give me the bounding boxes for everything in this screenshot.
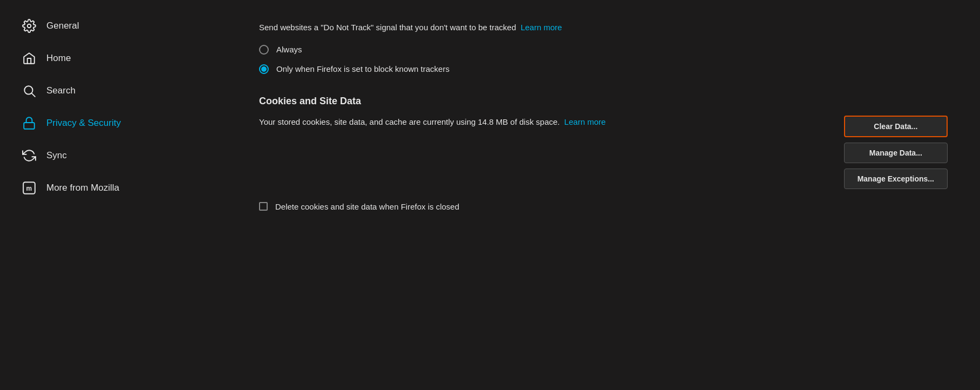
cookies-buttons-area: Clear Data... Manage Data... Manage Exce…	[844, 116, 948, 189]
svg-text:m: m	[26, 185, 32, 192]
sidebar-item-label-mozilla: More from Mozilla	[46, 183, 119, 193]
cookies-content-area: Your stored cookies, site data, and cach…	[259, 116, 822, 142]
radio-label-always: Always	[276, 45, 302, 54]
sidebar-item-label-general: General	[46, 21, 79, 31]
manage-data-button[interactable]: Manage Data...	[844, 143, 948, 163]
sidebar-item-label-privacy: Privacy & Security	[46, 118, 121, 129]
cookies-section: Cookies and Site Data Your stored cookie…	[259, 96, 948, 211]
radio-option-known-trackers[interactable]: Only when Firefox is set to block known …	[259, 64, 948, 74]
sidebar-item-label-sync: Sync	[46, 150, 67, 161]
main-content: Send websites a "Do Not Track" signal th…	[227, 0, 980, 390]
sync-icon	[22, 148, 37, 163]
sidebar-item-search[interactable]: Search	[5, 76, 221, 106]
sidebar-item-label-home: Home	[46, 53, 71, 64]
svg-line-2	[32, 93, 35, 97]
sidebar-item-privacy-security[interactable]: Privacy & Security	[5, 108, 221, 138]
cookies-description: Your stored cookies, site data, and cach…	[259, 116, 702, 129]
cookies-learn-more[interactable]: Learn more	[564, 117, 606, 126]
sidebar-item-home[interactable]: Home	[5, 43, 221, 73]
svg-rect-3	[24, 123, 35, 129]
clear-data-button[interactable]: Clear Data...	[844, 116, 948, 137]
do-not-track-radio-group: Always Only when Firefox is set to block…	[259, 45, 948, 74]
radio-circle-known-trackers	[259, 64, 269, 74]
home-icon	[22, 51, 37, 66]
cookies-content-row: Your stored cookies, site data, and cach…	[259, 116, 948, 189]
do-not-track-learn-more[interactable]: Learn more	[521, 23, 562, 32]
delete-cookies-label: Delete cookies and site data when Firefo…	[275, 202, 459, 211]
radio-option-always[interactable]: Always	[259, 45, 948, 55]
sidebar: General Home Search Privacy & Se	[0, 0, 227, 390]
search-icon	[22, 83, 37, 98]
delete-cookies-checkbox[interactable]	[259, 202, 268, 211]
delete-cookies-checkbox-row[interactable]: Delete cookies and site data when Firefo…	[259, 202, 948, 211]
cookies-section-title: Cookies and Site Data	[259, 96, 948, 107]
lock-icon	[22, 116, 37, 131]
svg-point-0	[28, 24, 31, 28]
mozilla-icon: m	[22, 180, 37, 196]
do-not-track-description: Send websites a "Do Not Track" signal th…	[259, 22, 948, 34]
sidebar-item-label-search: Search	[46, 85, 76, 96]
sidebar-item-sync[interactable]: Sync	[5, 140, 221, 171]
sidebar-item-more-mozilla[interactable]: m More from Mozilla	[5, 173, 221, 203]
do-not-track-section: Send websites a "Do Not Track" signal th…	[259, 22, 948, 74]
sidebar-item-general[interactable]: General	[5, 11, 221, 41]
radio-circle-always	[259, 45, 269, 55]
manage-exceptions-button[interactable]: Manage Exceptions...	[844, 169, 948, 189]
radio-label-known-trackers: Only when Firefox is set to block known …	[276, 64, 450, 73]
gear-icon	[22, 18, 37, 33]
